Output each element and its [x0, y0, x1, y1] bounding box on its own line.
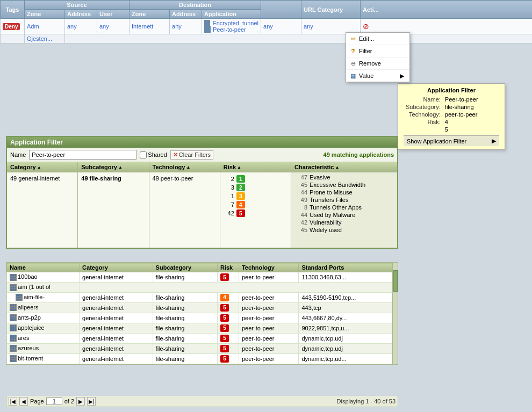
results-scrollbar[interactable] — [392, 263, 398, 364]
char-item: 45Widely used — [293, 226, 395, 234]
characteristic-sort-icon: ▲ — [335, 165, 339, 170]
menu-value-label: Value — [359, 73, 373, 79]
menu-edit[interactable]: ✏ Edit... — [346, 33, 409, 45]
technology-content: 49 peer-to-peer — [149, 172, 220, 248]
shared-checkbox-row: Shared — [140, 151, 167, 158]
ports-cell: dynamic,tcp,udj — [299, 343, 392, 353]
risk-row-2: 3 2 — [224, 183, 287, 192]
col-name[interactable]: Name — [7, 263, 80, 272]
name-cell: azureus — [7, 343, 80, 353]
app-tooltip: Application Filter Name: Peer-to-peer Su… — [398, 83, 505, 150]
tech-cell: peer-to-peer — [239, 272, 299, 283]
col-application: Application — [202, 10, 261, 19]
characteristic-list[interactable]: 47Evasive 45Excessive Bandwidth 44Prone … — [291, 172, 397, 248]
submenu-arrow-icon: ▶ — [400, 73, 404, 79]
risk-sort-icon: ▲ — [237, 165, 241, 170]
tech-cell: peer-to-peer — [239, 343, 299, 353]
sub-cell: file-sharing — [153, 292, 217, 302]
char-name: Prone to Misuse — [310, 189, 352, 196]
user-cell: any — [97, 19, 130, 34]
ports-cell: 443,tcp — [299, 302, 392, 313]
col-destination: Destination — [130, 1, 261, 10]
urlcat-link[interactable]: any — [304, 23, 313, 30]
shared-label: Shared — [148, 151, 167, 158]
sub-cell: file-sharing — [153, 333, 217, 343]
service-link[interactable]: any — [263, 23, 273, 30]
name-input[interactable] — [29, 150, 136, 160]
empty-cells — [65, 34, 533, 44]
menu-remove[interactable]: ⊖ Remove — [346, 57, 409, 70]
cat-cell: general-internet — [80, 353, 153, 364]
char-item: 47Evasive — [293, 174, 395, 181]
tags-cell2 — [1, 34, 25, 44]
char-item: 42Vulnerability — [293, 219, 395, 226]
risk-badge: 5 — [220, 355, 229, 363]
app-icon — [10, 324, 17, 331]
app-icon2 — [204, 26, 211, 33]
risk-header[interactable]: Risk ▲ — [220, 162, 291, 172]
char-name: Used by Malware — [310, 212, 355, 218]
char-name: Evasive — [310, 174, 330, 180]
remove-icon: ⊖ — [349, 60, 357, 67]
characteristic-header[interactable]: Characteristic ▲ — [291, 162, 397, 172]
service-cell: any — [261, 19, 301, 34]
zone1b-link[interactable]: Gjesten... — [27, 35, 52, 42]
menu-value[interactable]: ▦ Value ▶ — [346, 70, 409, 82]
risk-row-4: 7 4 — [224, 200, 287, 209]
zone1-link[interactable]: Adm — [27, 23, 39, 30]
name-cell: aim-file- — [7, 292, 80, 302]
panel-header: Application Filter — [7, 137, 397, 148]
addr1-link[interactable]: any — [67, 23, 77, 30]
col-technology[interactable]: Technology — [239, 263, 299, 272]
results-scrollbar-thumb[interactable] — [393, 270, 398, 292]
app-encrypted-link[interactable]: Encrypted_tunnel — [212, 20, 258, 26]
page-number-input[interactable] — [46, 397, 62, 405]
displaying-count: Displaying 1 - 40 of 53 — [337, 398, 396, 404]
menu-filter[interactable]: ⚗ Filter — [346, 45, 409, 57]
tech-cell: peer-to-peer — [239, 292, 299, 302]
characteristic-content: 47Evasive 45Excessive Bandwidth 44Prone … — [291, 172, 397, 248]
subcategory-sort-icon: ▲ — [118, 165, 123, 170]
clear-filters-btn[interactable]: ✕ Clear Filters — [170, 150, 213, 160]
subcategory-header[interactable]: Subcategory ▲ — [78, 162, 148, 172]
zone2-link[interactable]: Internett — [132, 23, 153, 30]
risk-cell: 4 — [217, 292, 239, 302]
ports-cell: 443,5190-5190,tcp... — [299, 292, 392, 302]
prev-page-btn[interactable]: ◀ — [19, 397, 28, 406]
app-icon — [204, 20, 210, 26]
addr2-link[interactable]: any — [172, 23, 182, 30]
subcategory-label: Subcategory: — [404, 103, 443, 111]
risk-count-5: 42 — [224, 210, 234, 216]
char-item: 44Prone to Misuse — [293, 189, 395, 196]
risk-badge-2: 2 — [236, 184, 245, 191]
risk-badge: 5 — [220, 314, 229, 322]
tech-cell: peer-to-peer — [239, 313, 299, 323]
char-name: Widely used — [310, 227, 342, 233]
subcategory-col: Subcategory ▲ 49 file-sharing — [78, 162, 149, 248]
risk-val2: 5 — [443, 126, 480, 133]
category-col: Category ▲ 49 general-internet — [7, 162, 78, 248]
col-subcategory[interactable]: Subcategory — [153, 263, 217, 272]
shared-checkbox[interactable] — [140, 151, 147, 158]
result-row: ants-p2p general-internet file-sharing 5… — [7, 313, 392, 323]
name-cell: ares — [7, 333, 80, 343]
zone1-cell2: Gjesten... — [25, 34, 65, 44]
risk-label: Risk — [224, 164, 236, 170]
cat-cell: general-internet — [80, 333, 153, 343]
app-peer-link[interactable]: Peer-to-peer — [213, 26, 246, 33]
last-page-btn[interactable]: ▶| — [87, 397, 96, 406]
show-filter-btn[interactable]: Show Application Filter ▶ — [404, 135, 499, 146]
category-header[interactable]: Category ▲ — [7, 162, 77, 172]
first-page-btn[interactable]: |◀ — [9, 397, 17, 406]
user-link[interactable]: any — [99, 23, 109, 30]
next-page-btn[interactable]: ▶ — [76, 397, 85, 406]
col-ports[interactable]: Standard Ports — [299, 263, 392, 272]
col-risk[interactable]: Risk — [217, 263, 239, 272]
cat-cell: general-internet — [80, 272, 153, 283]
result-row: bit-torrent general-internet file-sharin… — [7, 353, 392, 364]
char-count: 47 — [294, 174, 307, 180]
col-category[interactable]: Category — [80, 263, 153, 272]
cat-cell: general-internet — [80, 313, 153, 323]
col-service — [261, 1, 301, 19]
technology-header[interactable]: Technology ▲ — [149, 162, 220, 172]
